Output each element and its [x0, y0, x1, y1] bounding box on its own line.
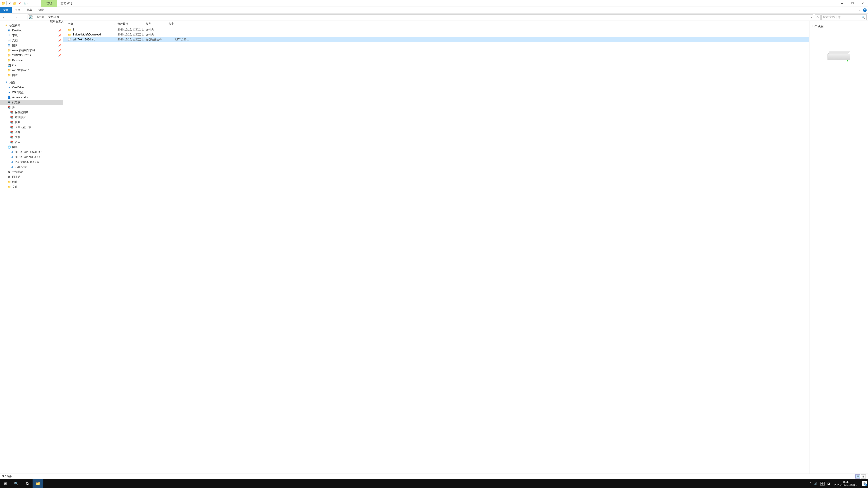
nav-back-button[interactable]: ← [1, 14, 7, 20]
nav-up-button[interactable]: ↑ [20, 14, 26, 20]
tree-item[interactable]: 🗑回收站 [0, 174, 63, 180]
search-button[interactable]: 🔍 [11, 479, 22, 488]
maximize-button[interactable]: ☐ [847, 0, 858, 7]
tree-item[interactable]: 📁win7重装win7 [0, 68, 63, 73]
tree-item-label: 文件 [12, 185, 18, 189]
tree-item[interactable]: 📁图片 [0, 73, 63, 78]
clock[interactable]: 16:32 2020/12/25, 星期五 [833, 480, 860, 487]
properties-icon[interactable]: ✓ [7, 1, 12, 6]
chevron-right-icon[interactable]: › [46, 16, 46, 18]
tree-item[interactable]: 🖥Desktop📌 [0, 28, 63, 33]
ribbon-tab-share[interactable]: 共享 [24, 7, 35, 13]
qat-dropdown-icon[interactable]: ▾ [27, 2, 28, 4]
tree-item-label: DESKTOP-LSSOEDP [15, 151, 41, 154]
tree-item[interactable]: 📁YUNQISHI2019📌 [0, 53, 63, 58]
file-list[interactable]: 📁12020/12/15, 星期二 1...文件夹📁BaiduNetdiskDo… [63, 27, 809, 474]
tree-item[interactable]: 📚音乐 [0, 140, 63, 144]
tree-item[interactable]: 📚本机照片 [0, 115, 63, 120]
search-icon[interactable]: 🔍 [862, 15, 865, 19]
tree-item[interactable]: ☁WPS网盘 [0, 90, 63, 95]
bin-icon: 🗑 [7, 175, 11, 179]
chevron-right-icon[interactable]: › [33, 16, 34, 18]
status-bar: 3 个项目 ☰ ▦ [0, 474, 868, 479]
npc-icon: 🖥 [10, 150, 13, 154]
address-dropdown-icon[interactable]: ⌄ [810, 16, 812, 18]
tree-item[interactable]: 📄文档📌 [0, 38, 63, 43]
delete-icon[interactable]: ✕ [18, 1, 22, 6]
tree-item[interactable]: 👤Administrator [0, 95, 63, 100]
help-icon[interactable]: ? [863, 8, 867, 12]
refresh-button[interactable]: ⟳ [815, 14, 820, 20]
tray-app-icon[interactable]: ◪ [827, 482, 830, 485]
column-headers: 名称▴ 修改日期 类型 大小 [63, 21, 809, 27]
navigation-tree[interactable]: ★快速访问🖥Desktop📌⬇下载📌📄文档📌🖼图片📌📁excel表格制作求和📌📁… [0, 21, 63, 474]
column-name[interactable]: 名称▴ [68, 22, 118, 26]
ribbon-tab-view[interactable]: 查看 [35, 7, 47, 13]
tree-item[interactable]: ★快速访问 [0, 23, 63, 28]
action-center-button[interactable]: 💬3 [862, 481, 867, 486]
pin-icon: 📌 [58, 44, 61, 47]
file-row[interactable]: Win7x64_2020.iso2020/12/25, 星期五 1...光盘映像… [63, 37, 809, 42]
npc-icon: 🖥 [10, 160, 13, 164]
file-date: 2020/12/15, 星期二 1... [118, 28, 146, 32]
tree-item[interactable]: 📚文档 [0, 135, 63, 140]
folder-icon: 📁 [68, 33, 71, 36]
tree-item[interactable]: 🖥DESKTOP-NJEU3CG [0, 155, 63, 160]
tree-item[interactable]: 📚图片 [0, 130, 63, 135]
tree-item[interactable]: 📚天翼云盘下载 [0, 125, 63, 130]
tree-item-label: 文档 [15, 135, 20, 139]
window-controls: — ☐ ✕ [837, 0, 868, 7]
tree-item[interactable]: 🖼图片📌 [0, 43, 63, 48]
tree-item[interactable]: 🖥ZMT2019 [0, 164, 63, 169]
ime-indicator[interactable]: 中 [820, 482, 825, 486]
close-button[interactable]: ✕ [858, 0, 868, 7]
ribbon-tab-home[interactable]: 主页 [12, 7, 24, 13]
tree-item[interactable]: 💾G:\ [0, 63, 63, 68]
file-row[interactable]: 📁BaiduNetdiskDownload2020/12/25, 星期五 1..… [63, 32, 809, 37]
minimize-button[interactable]: — [837, 0, 847, 7]
file-size: 3,874,126... [168, 38, 191, 41]
tree-item[interactable]: ☁OneDrive [0, 85, 63, 90]
rename-icon[interactable]: ⎘ [22, 1, 27, 6]
tree-item[interactable]: 📚视频 [0, 120, 63, 125]
ribbon-context-tab[interactable]: 管理 [41, 0, 57, 7]
fold-icon: 📁 [7, 54, 11, 57]
tree-item[interactable]: 📚保存的图片 [0, 110, 63, 115]
tree-item[interactable]: ⬇下载📌 [0, 33, 63, 38]
new-folder-icon[interactable]: 📁 [12, 1, 17, 6]
view-icons-button[interactable]: ▦ [861, 475, 866, 479]
tree-item[interactable]: 📁软件 [0, 180, 63, 184]
address-bar[interactable]: 💽 › 此电脑 › 文档 (E:) › ⌄ [28, 14, 813, 20]
nav-recent-dropdown[interactable]: ▾ [14, 14, 20, 20]
tree-item[interactable]: 🖥PC-20190530OBLA [0, 160, 63, 164]
file-date: 2020/12/25, 星期五 1... [118, 38, 146, 41]
tree-item[interactable]: 🖥桌面 [0, 80, 63, 85]
quick-access-toolbar: 📁 ✓ 📁 ✕ ⎘ ▾ [0, 1, 31, 6]
ribbon-tab-file[interactable]: 文件 [0, 7, 12, 13]
column-size[interactable]: 大小 [168, 22, 191, 26]
breadcrumb-this-pc[interactable]: 此电脑 [35, 15, 45, 19]
tree-item[interactable]: 📁Bandicam [0, 58, 63, 63]
tree-item[interactable]: 🖥DESKTOP-LSSOEDP [0, 150, 63, 155]
column-date[interactable]: 修改日期 [118, 22, 146, 26]
tree-item[interactable]: 💻此电脑 [0, 100, 63, 105]
task-view-button[interactable]: ⧉ [22, 479, 33, 488]
file-row[interactable]: 📁12020/12/15, 星期二 1...文件夹 [63, 27, 809, 32]
taskbar-explorer-button[interactable]: 📁 [33, 479, 43, 488]
tree-item-label: 本机照片 [15, 116, 26, 119]
tree-item[interactable]: 📁excel表格制作求和📌 [0, 48, 63, 53]
view-details-button[interactable]: ☰ [855, 475, 860, 479]
tree-item-label: 图片 [12, 73, 18, 77]
tray-overflow-icon[interactable]: ⌃ [809, 482, 811, 485]
volume-icon[interactable]: 🔊 [814, 482, 817, 485]
column-type[interactable]: 类型 [146, 22, 168, 26]
tree-item[interactable]: 📚库 [0, 105, 63, 110]
tree-item-label: 快速访问 [9, 24, 20, 28]
pic-icon: 🖼 [7, 43, 11, 47]
ribbon-collapse-icon[interactable]: ⌄ [859, 9, 861, 11]
tree-item[interactable]: 📁文件 [0, 184, 63, 189]
tree-item[interactable]: 🌐网络 [0, 144, 63, 150]
search-input[interactable]: 搜索"文档 (E:)" 🔍 [822, 14, 867, 20]
tree-item[interactable]: ⚙控制面板 [0, 169, 63, 174]
start-button[interactable]: ⊞ [0, 479, 11, 488]
